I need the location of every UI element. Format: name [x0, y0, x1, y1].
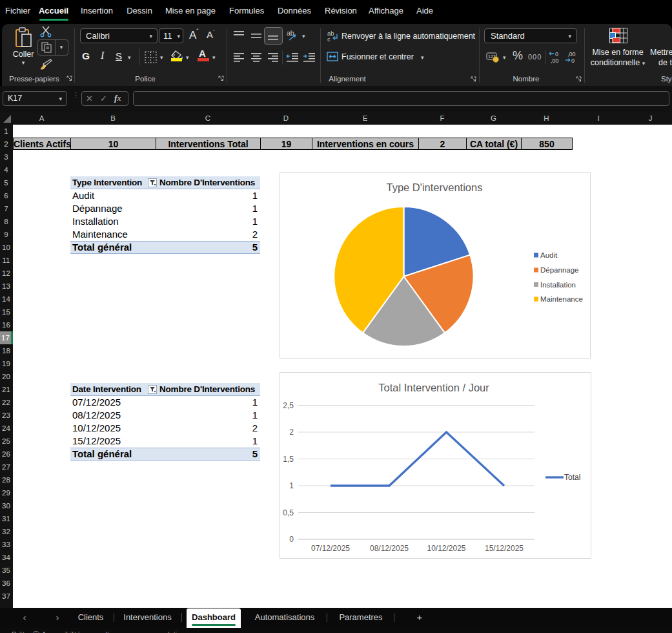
svg-text:0: 0	[571, 57, 575, 64]
svg-text:0,5: 0,5	[283, 508, 294, 517]
svg-text:,00: ,00	[567, 51, 576, 57]
svg-text:08/12/2025: 08/12/2025	[370, 544, 409, 553]
svg-text:Type D'interventions: Type D'interventions	[387, 182, 483, 193]
svg-text:1: 1	[289, 481, 294, 490]
svg-text:Installation: Installation	[540, 281, 576, 289]
svg-text:10/12/2025: 10/12/2025	[427, 544, 465, 553]
svg-text:0: 0	[555, 51, 558, 57]
svg-text:1,5: 1,5	[283, 455, 294, 464]
svg-text:2: 2	[289, 428, 294, 437]
svg-text:,00: ,00	[551, 57, 559, 64]
svg-text:Audit: Audit	[540, 251, 558, 259]
svg-text:Maintenance: Maintenance	[540, 295, 583, 303]
svg-text:07/12/2025: 07/12/2025	[311, 544, 350, 553]
svg-text:0: 0	[289, 535, 294, 544]
svg-text:Total Intervention / Jour: Total Intervention / Jour	[378, 382, 489, 393]
svg-text:15/12/2025: 15/12/2025	[485, 544, 524, 553]
svg-text:Total: Total	[564, 473, 580, 482]
svg-text:c: c	[327, 36, 331, 43]
svg-text:2,5: 2,5	[283, 401, 294, 410]
svg-text:Dépannage: Dépannage	[540, 266, 578, 274]
svg-text:ab: ab	[287, 29, 294, 37]
